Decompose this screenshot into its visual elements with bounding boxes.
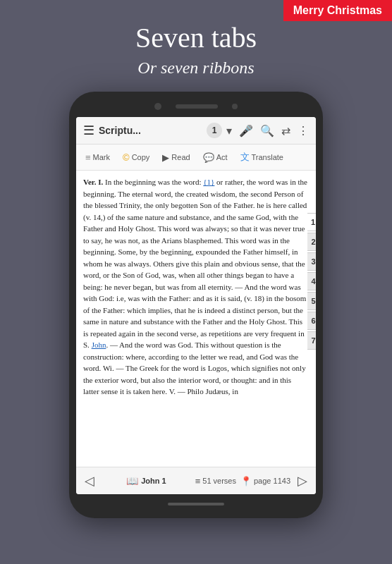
verses-label: 51 verses bbox=[202, 477, 236, 485]
tab-6[interactable]: 6 bbox=[307, 312, 316, 330]
sensor-dot bbox=[232, 104, 238, 109]
bible-text-content: Ver. I. In the beginning was the word: {… bbox=[76, 171, 316, 467]
phone-screen: ☰ Scriptu... 1 ▾ 🎤 🔍 ⇄ ⋮ ≡ Mark © bbox=[76, 117, 316, 494]
speaker-grille bbox=[176, 104, 218, 109]
page-title: Seven tabs bbox=[14, 21, 378, 54]
read-label: Read bbox=[171, 153, 190, 161]
translate-icon: 文 bbox=[240, 151, 250, 164]
swap-icon[interactable]: ⇄ bbox=[281, 124, 290, 137]
tab-5[interactable]: 5 bbox=[307, 292, 316, 310]
home-indicator bbox=[168, 503, 224, 505]
action-bar: ≡ Mark © Copy ▶ Read 💬 Act 文 Translat bbox=[76, 145, 316, 171]
act-icon: 💬 bbox=[203, 152, 214, 163]
toolbar-icons: ▾ 🎤 🔍 ⇄ ⋮ bbox=[226, 124, 309, 137]
copy-icon: © bbox=[123, 152, 130, 163]
john-link[interactable]: John bbox=[92, 341, 106, 349]
translate-label: Translate bbox=[252, 153, 283, 161]
xmas-banner: Merry Christmas bbox=[283, 0, 392, 21]
copy-button[interactable]: © Copy bbox=[118, 149, 154, 166]
tab-1[interactable]: 1 bbox=[307, 213, 316, 231]
book-label[interactable]: John 1 bbox=[141, 477, 166, 485]
verses-icon: ≡ bbox=[195, 476, 201, 486]
page-label: page 1143 bbox=[254, 477, 290, 485]
app-toolbar: ☰ Scriptu... 1 ▾ 🎤 🔍 ⇄ ⋮ bbox=[76, 117, 316, 145]
bottom-book-info: 📖 John 1 bbox=[102, 475, 191, 487]
act-label: Act bbox=[216, 153, 228, 161]
copy-label: Copy bbox=[132, 153, 150, 161]
tabs-ribbon: 1 2 3 4 5 6 7 bbox=[307, 213, 316, 350]
content-area: 1 2 3 4 5 6 7 Ver. I. In the beginning w… bbox=[76, 171, 316, 467]
tab-2[interactable]: 2 bbox=[307, 233, 316, 251]
camera-dot bbox=[154, 103, 161, 110]
verse-number: Ver. I. bbox=[83, 178, 103, 186]
next-icon: ▷ bbox=[298, 474, 307, 488]
translate-button[interactable]: 文 Translate bbox=[235, 148, 288, 166]
tab-7[interactable]: 7 bbox=[307, 331, 316, 350]
menu-icon[interactable]: ☰ bbox=[83, 123, 94, 138]
phone-bottom-bar bbox=[76, 500, 316, 508]
dropdown-icon[interactable]: ▾ bbox=[226, 124, 232, 137]
read-icon: ▶ bbox=[162, 152, 169, 163]
tab-4[interactable]: 4 bbox=[307, 272, 316, 290]
next-button[interactable]: ▷ bbox=[295, 472, 310, 490]
mark-button[interactable]: ≡ Mark bbox=[80, 149, 115, 166]
page-pin-icon: 📍 bbox=[240, 476, 252, 486]
page-subtitle: Or seven ribbons bbox=[14, 59, 378, 78]
prev-button[interactable]: ◁ bbox=[82, 472, 97, 490]
page-info: 📍 page 1143 bbox=[240, 476, 290, 486]
microphone-icon[interactable]: 🎤 bbox=[239, 124, 253, 137]
verses-info: ≡ 51 verses bbox=[195, 476, 236, 486]
phone-top-bar bbox=[76, 103, 316, 110]
tab-3[interactable]: 3 bbox=[307, 252, 316, 271]
mark-label: Mark bbox=[93, 153, 110, 161]
bottom-bar: ◁ 📖 John 1 ≡ 51 verses 📍 page 1143 ▷ bbox=[76, 467, 316, 494]
book-icon: 📖 bbox=[126, 475, 138, 487]
tab-badge[interactable]: 1 bbox=[207, 123, 222, 138]
phone-wrapper: ☰ Scriptu... 1 ▾ 🎤 🔍 ⇄ ⋮ ≡ Mark © bbox=[0, 92, 392, 518]
phone-mockup: ☰ Scriptu... 1 ▾ 🎤 🔍 ⇄ ⋮ ≡ Mark © bbox=[69, 92, 323, 518]
mark-icon: ≡ bbox=[85, 152, 91, 163]
prev-icon: ◁ bbox=[85, 474, 94, 488]
toolbar-title: Scriptu... bbox=[99, 125, 202, 136]
more-icon[interactable]: ⋮ bbox=[298, 124, 309, 137]
footnote-ref-link[interactable]: {1} bbox=[203, 178, 214, 186]
act-button[interactable]: 💬 Act bbox=[198, 149, 233, 166]
read-button[interactable]: ▶ Read bbox=[157, 149, 195, 166]
search-icon[interactable]: 🔍 bbox=[260, 124, 274, 137]
